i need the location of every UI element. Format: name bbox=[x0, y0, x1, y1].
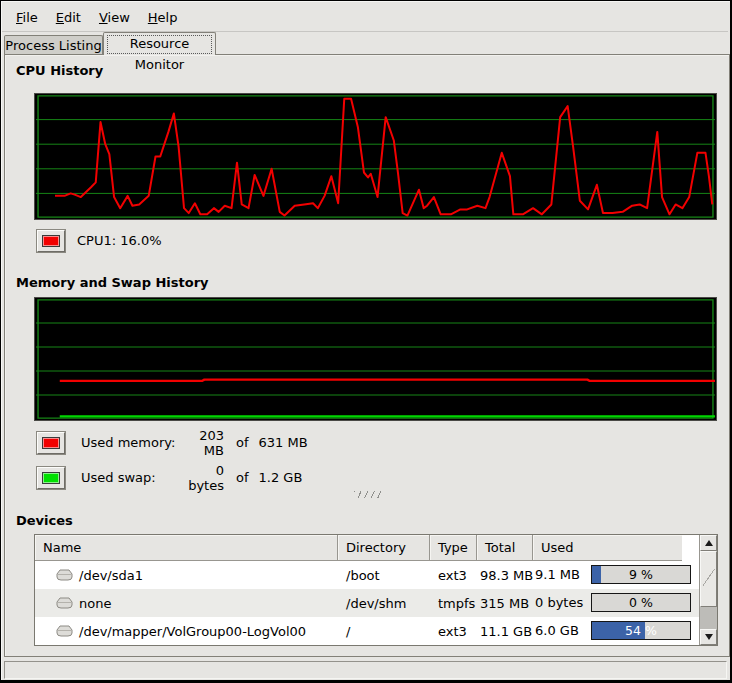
devices-table: Name Directory Type Total Used /dev/sda1… bbox=[34, 534, 718, 646]
device-name: /dev/sda1 bbox=[79, 568, 143, 583]
device-type: tmpfs bbox=[430, 596, 477, 611]
used-progress-bar: 0 % bbox=[591, 593, 691, 612]
device-type: ext3 bbox=[430, 624, 477, 639]
resource-monitor-page: CPU History CPU1: 16.0% Memory and Swap … bbox=[4, 54, 730, 657]
statusbar bbox=[4, 661, 727, 679]
cpu-color-swatch-button[interactable] bbox=[37, 230, 65, 252]
column-header-directory[interactable]: Directory bbox=[338, 535, 430, 561]
memory-of-text: of bbox=[236, 435, 249, 450]
memory-legend-label: Used memory: bbox=[81, 435, 176, 450]
device-used: 9.1 MB bbox=[535, 567, 580, 582]
devices-title: Devices bbox=[16, 513, 73, 528]
menu-edit[interactable]: Edit bbox=[47, 7, 90, 28]
disk-icon bbox=[56, 597, 73, 609]
swap-total-value: 1.2 GB bbox=[259, 470, 303, 485]
column-header-total[interactable]: Total bbox=[477, 535, 533, 561]
device-total: 98.3 MB bbox=[477, 568, 533, 583]
swap-legend-label: Used swap: bbox=[81, 470, 176, 485]
swap-used-value: 0 bytes bbox=[176, 463, 224, 493]
cpu-history-chart bbox=[34, 93, 717, 220]
pane-resize-grip[interactable] bbox=[354, 491, 384, 498]
tab-resource-monitor[interactable]: Resource Monitor bbox=[103, 32, 216, 55]
tab-strip: Process Listing Resource Monitor bbox=[4, 32, 727, 55]
device-directory: /boot bbox=[338, 568, 430, 583]
memory-chart-plot bbox=[36, 299, 715, 419]
devices-table-header: Name Directory Type Total Used bbox=[35, 535, 717, 561]
menu-help[interactable]: Help bbox=[139, 7, 187, 28]
table-row[interactable]: /dev/mapper/VolGroup00-LogVol00 / ext3 1… bbox=[35, 617, 717, 645]
device-name: none bbox=[79, 596, 111, 611]
table-row[interactable]: none /dev/shm tmpfs 315 MB 0 bytes 0 % bbox=[35, 589, 717, 617]
disk-icon bbox=[56, 569, 73, 581]
progress-label: 9 % bbox=[592, 566, 690, 583]
cpu-legend-row: CPU1: 16.0% bbox=[5, 229, 162, 252]
column-header-used[interactable]: Used bbox=[533, 535, 682, 561]
column-header-name[interactable]: Name bbox=[35, 535, 338, 561]
scroll-down-button[interactable] bbox=[700, 629, 717, 645]
cpu-chart-plot bbox=[36, 95, 715, 218]
column-header-type[interactable]: Type bbox=[430, 535, 477, 561]
device-total: 315 MB bbox=[477, 596, 533, 611]
cpu-color-sample bbox=[42, 235, 60, 247]
menu-file[interactable]: File bbox=[7, 7, 47, 28]
memory-legend-row: Used memory: 203 MB of 631 MB bbox=[5, 431, 308, 454]
memory-color-swatch-button[interactable] bbox=[37, 432, 65, 454]
progress-label: 54 % bbox=[592, 622, 690, 639]
device-type: ext3 bbox=[430, 568, 477, 583]
progress-label: 0 % bbox=[592, 594, 690, 611]
arrow-up-icon bbox=[705, 540, 713, 546]
memory-used-value: 203 MB bbox=[176, 428, 224, 458]
memory-history-chart bbox=[34, 297, 717, 421]
used-progress-bar: 54 % bbox=[591, 621, 691, 640]
memory-total-value: 631 MB bbox=[259, 435, 308, 450]
device-name: /dev/mapper/VolGroup00-LogVol00 bbox=[79, 624, 306, 639]
device-directory: /dev/shm bbox=[338, 596, 430, 611]
tab-process-listing[interactable]: Process Listing bbox=[4, 35, 103, 55]
swap-color-swatch-button[interactable] bbox=[37, 467, 65, 489]
scrollbar-thumb[interactable] bbox=[700, 551, 717, 607]
device-directory: / bbox=[338, 624, 430, 639]
memory-history-title: Memory and Swap History bbox=[16, 275, 209, 290]
menu-view[interactable]: View bbox=[90, 7, 139, 28]
swap-of-text: of bbox=[236, 470, 249, 485]
vertical-scrollbar[interactable] bbox=[699, 535, 717, 645]
scroll-up-button[interactable] bbox=[700, 535, 717, 551]
arrow-down-icon bbox=[705, 634, 713, 640]
device-used: 6.0 GB bbox=[535, 623, 579, 638]
swap-color-sample bbox=[42, 472, 60, 484]
system-monitor-window: File Edit View Help Process Listing Reso… bbox=[0, 0, 732, 683]
disk-icon bbox=[56, 625, 73, 637]
swap-legend-row: Used swap: 0 bytes of 1.2 GB bbox=[5, 466, 302, 489]
tab-resource-monitor-label: Resource Monitor bbox=[130, 36, 190, 72]
used-progress-bar: 9 % bbox=[591, 565, 691, 584]
table-row[interactable]: /dev/sda1 /boot ext3 98.3 MB 9.1 MB 9 % bbox=[35, 561, 717, 589]
menubar: File Edit View Help bbox=[3, 4, 728, 30]
memory-color-sample bbox=[42, 437, 60, 449]
device-used: 0 bytes bbox=[535, 595, 583, 610]
cpu-history-title: CPU History bbox=[16, 63, 103, 78]
device-total: 11.1 GB bbox=[477, 624, 533, 639]
cpu-legend-label: CPU1: 16.0% bbox=[77, 233, 162, 248]
